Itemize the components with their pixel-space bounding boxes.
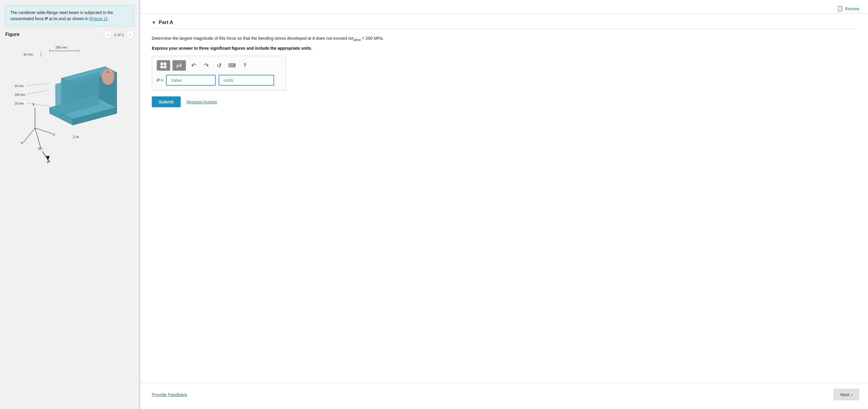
- review-link-bar: 📋 Review: [140, 0, 868, 13]
- svg-line-24: [42, 151, 48, 160]
- question-text: Determine the largest magnitude of this …: [152, 35, 856, 42]
- toolbar: µÅ ↶ ↷ ↺ ⌨ ?: [157, 60, 281, 71]
- figure-link[interactable]: Figure 1: [91, 17, 106, 21]
- next-button[interactable]: Next ›: [834, 389, 859, 400]
- description-text2: at its end as shown in (: [48, 17, 91, 21]
- figure-area: 200 mm 10 mm: [0, 40, 140, 409]
- figure-nav: ‹ 1 of 1 ›: [103, 30, 134, 38]
- help-button[interactable]: ?: [240, 60, 250, 71]
- svg-text:x: x: [21, 141, 23, 145]
- bottom-bar: Provide Feedback Next ›: [140, 383, 868, 409]
- figure-header: Figure ‹ 1 of 1 ›: [0, 26, 140, 40]
- answer-box: µÅ ↶ ↷ ↺ ⌨ ? P =: [152, 56, 286, 91]
- input-row: P =: [157, 75, 281, 86]
- svg-line-30: [26, 84, 50, 86]
- next-label: Next: [840, 392, 849, 397]
- svg-line-16: [35, 128, 53, 134]
- svg-line-31: [26, 90, 50, 94]
- review-icon: 📋: [837, 5, 843, 12]
- next-chevron-icon: ›: [851, 392, 852, 397]
- main-content: ▼ Part A Determine the largest magnitude…: [140, 14, 868, 377]
- grid-button[interactable]: [157, 60, 170, 71]
- request-answer-button[interactable]: Request Answer: [186, 99, 217, 104]
- collapse-arrow-icon[interactable]: ▼: [152, 20, 156, 25]
- submit-row: Submit Request Answer: [152, 96, 856, 107]
- undo-button[interactable]: ↶: [188, 60, 199, 71]
- svg-text:200 mm: 200 mm: [56, 46, 67, 49]
- figure-svg-container: 200 mm 10 mm: [3, 40, 136, 170]
- figure-svg: 200 mm 10 mm: [9, 43, 125, 166]
- svg-text:10 mm: 10 mm: [23, 53, 33, 56]
- svg-text:10 mm: 10 mm: [14, 84, 24, 88]
- refresh-button[interactable]: ↺: [214, 60, 224, 71]
- question-sub: allow: [353, 38, 361, 41]
- keyboard-button[interactable]: ⌨: [227, 60, 237, 71]
- figure-prev-button[interactable]: ‹: [103, 30, 112, 38]
- review-link[interactable]: 📋 Review: [837, 5, 859, 12]
- redo-button[interactable]: ↷: [201, 60, 212, 71]
- provide-feedback-button[interactable]: Provide Feedback: [152, 392, 187, 397]
- svg-text:A: A: [106, 70, 108, 74]
- svg-line-17: [23, 128, 35, 143]
- svg-text:z: z: [53, 132, 55, 137]
- p-label: P =: [157, 78, 163, 83]
- svg-text:10 mm: 10 mm: [14, 102, 24, 105]
- mu-button[interactable]: µÅ: [173, 60, 186, 71]
- svg-line-32: [26, 103, 50, 106]
- figure-title: Figure: [5, 32, 20, 37]
- units-input[interactable]: [219, 75, 274, 86]
- question-text-main: Determine the largest magnitude of this …: [152, 36, 351, 40]
- bold-instruction: Express your answer to three significant…: [152, 46, 856, 51]
- review-label: Review: [845, 6, 859, 11]
- description-text3: ).: [106, 17, 108, 21]
- svg-text:2 m: 2 m: [73, 135, 79, 139]
- svg-text:150 mm: 150 mm: [14, 93, 25, 96]
- right-panel: 📋 Review ▼ Part A Determine the largest …: [140, 0, 868, 409]
- part-title: Part A: [159, 20, 173, 25]
- question-text-end: = 200 MPa.: [361, 36, 384, 40]
- left-panel: The cantilever wide-flange steel beam is…: [0, 0, 140, 409]
- submit-button[interactable]: Submit: [152, 96, 181, 107]
- svg-text:30°: 30°: [38, 147, 43, 150]
- figure-next-button[interactable]: ›: [126, 30, 134, 38]
- force-variable: P: [45, 17, 48, 21]
- part-header: ▼ Part A: [152, 20, 856, 29]
- svg-text:P: P: [47, 159, 50, 164]
- svg-line-22: [35, 128, 41, 148]
- grid-icon: [160, 62, 166, 68]
- value-input[interactable]: [166, 75, 216, 86]
- figure-count: 1 of 1: [114, 32, 124, 37]
- problem-description: The cantilever wide-flange steel beam is…: [5, 5, 134, 26]
- mu-icon: µÅ: [177, 63, 182, 68]
